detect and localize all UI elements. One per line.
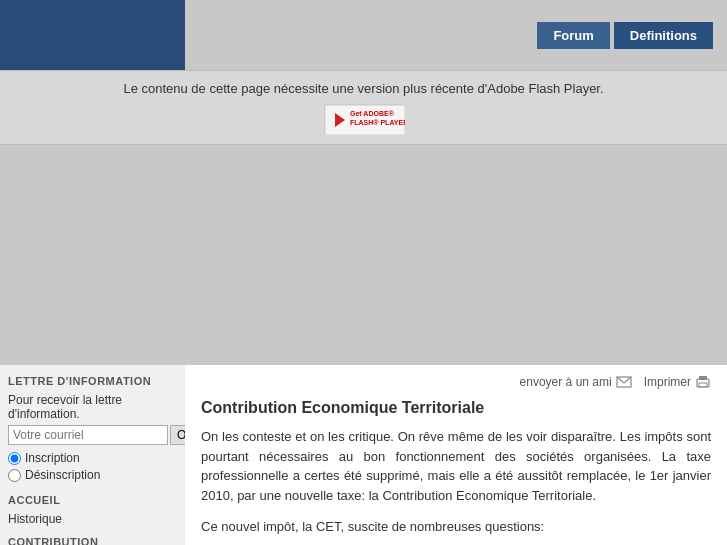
- definitions-button[interactable]: Definitions: [614, 22, 713, 49]
- send-to-friend-link[interactable]: envoyer à un ami: [520, 375, 632, 389]
- inscription-radio[interactable]: [8, 452, 21, 465]
- newsletter-title: LETTRE D'INFORMATION: [8, 375, 177, 387]
- sidebar: LETTRE D'INFORMATION Pour recevoir la le…: [0, 365, 185, 545]
- flash-notice: Le contenu de cette page nécessite une v…: [0, 70, 727, 145]
- desinscription-row: Désinscription: [8, 468, 177, 482]
- main-content: envoyer à un ami Imprimer Contribution E: [185, 365, 727, 545]
- contrib-title: CONTRIBUTION ÉCONOMIQUE TERRITORIALE: [8, 536, 177, 545]
- svg-text:Get ADOBE®: Get ADOBE®: [350, 110, 395, 117]
- inscription-label: Inscription: [25, 451, 80, 465]
- gray-spacer: [0, 145, 727, 365]
- envelope-icon: [616, 376, 632, 388]
- print-icon: [695, 375, 711, 389]
- svg-text:FLASH® PLAYER: FLASH® PLAYER: [350, 119, 405, 126]
- forum-button[interactable]: Forum: [537, 22, 609, 49]
- desinscription-radio[interactable]: [8, 469, 21, 482]
- newsletter-label: Pour recevoir la lettre d'information.: [8, 393, 177, 421]
- flash-message: Le contenu de cette page nécessite une v…: [123, 81, 603, 96]
- inscription-row: Inscription: [8, 451, 177, 465]
- svg-rect-8: [699, 376, 707, 380]
- flash-player-icon[interactable]: Get ADOBE® FLASH® PLAYER: [324, 104, 404, 134]
- desinscription-label: Désinscription: [25, 468, 100, 482]
- print-text: Imprimer: [644, 375, 691, 389]
- article-intro: On les conteste et on les critique. On r…: [201, 427, 711, 505]
- article-title: Contribution Economique Territoriale: [201, 399, 711, 417]
- content-top-bar: envoyer à un ami Imprimer: [201, 375, 711, 389]
- send-to-friend-text: envoyer à un ami: [520, 375, 612, 389]
- accueil-title: ACCUEIL: [8, 494, 177, 506]
- logo: [0, 0, 185, 70]
- print-link[interactable]: Imprimer: [644, 375, 711, 389]
- historique-link[interactable]: Historique: [8, 512, 177, 526]
- newsletter-input-row: Ok: [8, 425, 177, 445]
- newsletter-input[interactable]: [8, 425, 168, 445]
- article-sub: Ce nouvel impôt, la CET, suscite de nomb…: [201, 517, 711, 537]
- svg-rect-9: [699, 383, 707, 387]
